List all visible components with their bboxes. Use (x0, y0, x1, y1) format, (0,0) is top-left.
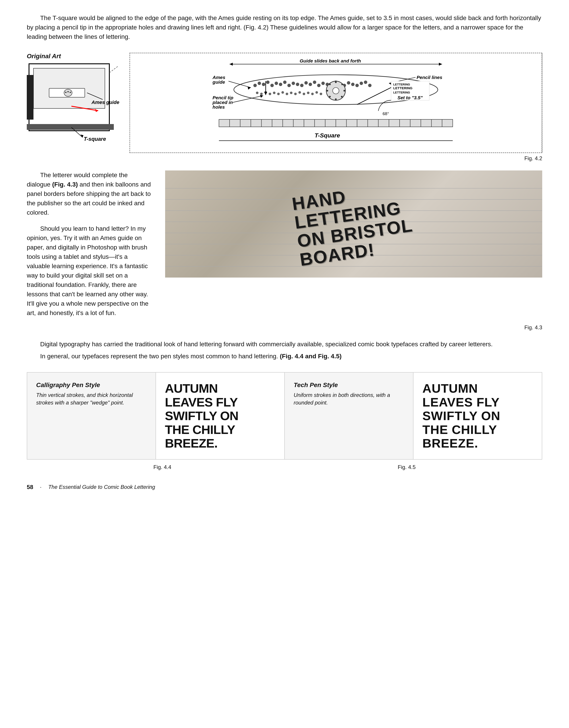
svg-point-6 (65, 92, 66, 93)
svg-point-51 (333, 87, 339, 94)
svg-point-46 (355, 84, 359, 87)
page-number: 58 (27, 484, 33, 491)
tech-line4: THE CHILLY (422, 423, 533, 437)
svg-point-56 (335, 98, 337, 100)
intro-text-content: The T-square would be aligned to the edg… (27, 15, 541, 40)
ames-diagram-svg: Guide slides back and forth (135, 58, 537, 147)
svg-text:LETTERING: LETTERING (393, 86, 412, 90)
svg-point-71 (303, 93, 305, 95)
cal-line3: SWIFTLY ON (165, 409, 275, 423)
calligraphy-sample: AUTUMN LEAVES FLY SWIFTLY ON THE CHILLY … (165, 382, 275, 450)
svg-text:Set to "3.5": Set to "3.5" (397, 95, 423, 100)
tech-line2: LEAVES FLY (422, 395, 533, 409)
fig-4-5-caption: Fig. 4.5 (285, 464, 542, 470)
svg-point-55 (341, 96, 343, 97)
svg-point-48 (364, 81, 367, 84)
svg-point-5 (64, 89, 72, 96)
middle-para1-text: The letterer would complete the dialogue… (27, 172, 151, 216)
svg-point-74 (316, 91, 318, 94)
book-title: The Essential Guide to Comic Book Letter… (48, 484, 155, 490)
svg-text:T-Square: T-Square (315, 132, 340, 139)
svg-point-31 (292, 82, 295, 85)
figure-4-2-container: Original Art (27, 53, 542, 153)
svg-point-23 (258, 82, 261, 85)
fig-4-2-caption-text: Fig. 4.2 (524, 155, 542, 161)
left-column: The letterer would complete the dialogue… (27, 170, 152, 318)
svg-rect-3 (27, 124, 114, 130)
cal-line1: AUTUMN (165, 382, 275, 395)
svg-point-32 (296, 83, 299, 86)
tech-title: Tech Pen Style (294, 382, 404, 389)
bottom-para2-text: In general, our typefaces represent the … (40, 353, 342, 360)
svg-line-11 (109, 66, 118, 73)
svg-marker-19 (439, 63, 442, 66)
svg-point-59 (329, 83, 331, 85)
svg-point-30 (287, 84, 291, 87)
svg-text:LETTERING: LETTERING (393, 83, 410, 86)
svg-point-61 (260, 93, 263, 95)
svg-point-75 (320, 93, 322, 95)
ames-guide-diagram: Guide slides back and forth (129, 53, 542, 153)
fig-4-2-caption: Fig. 4.2 (27, 155, 542, 162)
tech-desc: Uniform strokes in both directions, with… (294, 391, 404, 406)
svg-point-22 (253, 84, 257, 87)
page-footer: 58 · The Essential Guide to Comic Book L… (27, 484, 542, 491)
svg-point-57 (329, 96, 331, 97)
svg-point-25 (266, 81, 270, 84)
calligraphy-desc-box: Calligraphy Pen Style Thin vertical stro… (27, 373, 156, 459)
svg-point-47 (360, 82, 363, 85)
svg-point-36 (313, 81, 316, 84)
svg-point-8 (70, 92, 71, 93)
bottom-para2: In general, our typefaces represent the … (27, 352, 542, 361)
svg-point-58 (326, 90, 328, 92)
svg-point-69 (294, 93, 297, 95)
svg-point-7 (67, 91, 69, 92)
svg-text:68°: 68° (383, 111, 389, 116)
svg-point-68 (290, 91, 292, 94)
cal-line5: BREEZE. (165, 436, 275, 450)
calligraphy-sample-box: AUTUMN LEAVES FLY SWIFTLY ON THE CHILLY … (156, 373, 285, 459)
original-art-label: Original Art (27, 53, 120, 60)
svg-text:Ames guide: Ames guide (91, 100, 119, 105)
svg-point-65 (277, 93, 280, 95)
svg-point-34 (304, 81, 308, 85)
fig-refs: (Fig. 4.4 and Fig. 4.5) (280, 353, 342, 360)
svg-rect-2 (27, 75, 33, 120)
svg-point-24 (262, 83, 265, 86)
fig-ref-43: (Fig. 4.3) (52, 181, 78, 188)
cal-line2: LEAVES FLY (165, 395, 275, 409)
svg-text:T-square: T-square (84, 136, 106, 142)
svg-point-33 (300, 84, 303, 87)
svg-point-45 (351, 83, 355, 86)
footer-separator: · (40, 484, 42, 491)
svg-point-27 (275, 82, 278, 85)
svg-point-26 (270, 84, 274, 87)
fig-4-3-caption-text: Fig. 4.3 (524, 324, 542, 330)
svg-point-38 (321, 82, 325, 85)
svg-text:placed in: placed in (212, 100, 233, 105)
original-art-diagram: Original Art (27, 53, 120, 153)
tech-desc-box: Tech Pen Style Uniform strokes in both d… (285, 373, 413, 459)
svg-point-53 (341, 83, 343, 85)
tech-sample-box: AUTUMN LEAVES FLY SWIFTLY ON THE CHILLY … (413, 373, 542, 459)
fig-4-4-caption: Fig. 4.4 (27, 464, 285, 470)
tech-line3: SWIFTLY ON (422, 409, 533, 423)
pen-style-captions: Fig. 4.4 Fig. 4.5 (27, 464, 542, 470)
svg-point-72 (307, 91, 309, 94)
svg-point-28 (279, 83, 282, 86)
svg-point-35 (309, 83, 312, 86)
middle-para2-text: Should you learn to hand letter? In my o… (27, 224, 152, 318)
calligraphy-desc: Thin vertical strokes, and thick horizon… (36, 391, 147, 406)
svg-point-63 (269, 93, 271, 95)
svg-point-66 (281, 91, 284, 94)
svg-text:Ames: Ames (212, 75, 225, 80)
original-art-svg: T-square Ames guide (27, 62, 120, 142)
svg-text:Pencil tip: Pencil tip (213, 95, 233, 100)
svg-point-73 (311, 93, 314, 95)
svg-text:Pencil lines: Pencil lines (417, 75, 442, 80)
tech-line5: BREEZE. (422, 436, 533, 450)
pen-style-row: Calligraphy Pen Style Thin vertical stro… (27, 372, 542, 460)
svg-point-52 (335, 81, 337, 83)
fig-4-3-photo: HAND LETTERING ON BRISTOL BOARD! (165, 170, 542, 278)
svg-marker-18 (230, 63, 233, 66)
